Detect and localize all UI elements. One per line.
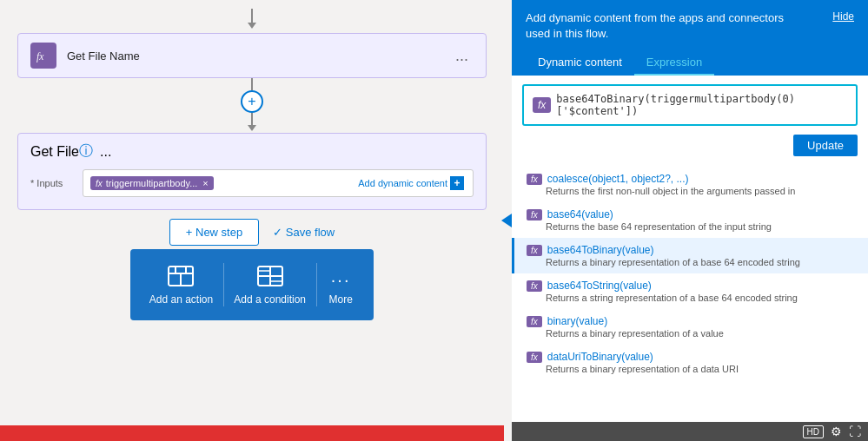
more-item[interactable]: ... More	[327, 264, 354, 306]
settings-icon[interactable]: ⚙	[831, 425, 842, 438]
tab-expression[interactable]: Expression	[634, 50, 714, 76]
fn-fx-badge-6: fx	[527, 352, 542, 363]
fn-fx-badge-2: fx	[527, 209, 542, 220]
get-file-card: fx Get File ⓘ ... * Inputs fx triggermul…	[17, 133, 487, 210]
fn-fx-badge-4: fx	[527, 280, 542, 292]
fn-fx-badge-5: fx	[527, 316, 542, 327]
function-item-coalesce[interactable]: fx coalesce(object1, object2?, ...) Retu…	[512, 167, 868, 202]
panel-title: Add dynamic content from the apps and co…	[526, 10, 804, 42]
fn-desc-datauritobinary: Returns a binary representation of a dat…	[527, 364, 856, 374]
function-list: fx coalesce(object1, object2?, ...) Retu…	[512, 161, 868, 441]
condition-icon	[256, 265, 284, 287]
add-dynamic-label: Add dynamic content	[358, 178, 447, 188]
more-label: More	[328, 293, 352, 306]
tab-dynamic-label: Dynamic content	[538, 56, 622, 69]
svg-text:fx: fx	[36, 51, 44, 63]
add-condition-item[interactable]: Add a condition	[234, 264, 306, 306]
panel-collapse-arrow[interactable]	[501, 214, 512, 227]
step2-menu[interactable]: ...	[100, 144, 111, 160]
add-dynamic-link[interactable]: Add dynamic content +	[358, 176, 466, 190]
get-file-name-card: fx Get File Name ...	[17, 33, 487, 78]
expression-fx-badge: fx	[533, 97, 551, 113]
fn-name-base64tobinary: fx base64ToBinary(value)	[527, 244, 856, 256]
yt-controls: HD ⚙ ⛶	[512, 422, 868, 441]
fn-name-datauritobinary: fx dataUriToBinary(value)	[527, 351, 856, 363]
tag-fx: fx	[96, 179, 103, 188]
fn-name-binary: fx binary(value)	[527, 315, 856, 327]
save-flow-button[interactable]: ✓ Save flow	[273, 226, 335, 239]
function-item-base64tobinary[interactable]: fx base64ToBinary(value) Returns a binar…	[512, 238, 868, 273]
expression-box[interactable]: fx base64ToBinary(triggermultipartbody(0…	[522, 84, 858, 126]
function-item-base64[interactable]: fx base64(value) Returns the base 64 rep…	[512, 202, 868, 238]
fn-name-base64tostring: fx base64ToString(value)	[527, 280, 856, 292]
add-action-item[interactable]: Add an action	[149, 264, 213, 306]
tag-text: triggermultipartbody...	[106, 178, 198, 188]
step2-header: fx Get File ⓘ ...	[30, 142, 474, 161]
plus-connector[interactable]: +	[241, 90, 263, 113]
save-flow-label: ✓ Save flow	[273, 226, 335, 239]
step1-title: Get File Name	[67, 49, 450, 63]
tab-expression-label: Expression	[646, 56, 702, 69]
top-arrow-connector	[248, 9, 256, 33]
line-2	[251, 113, 253, 125]
fn-desc-base64tobinary: Returns a binary representation of a bas…	[527, 257, 856, 267]
panel-title-row: Add dynamic content from the apps and co…	[526, 10, 854, 42]
fn-fx-badge: fx	[527, 174, 542, 185]
canvas-area: fx Get File Name ... + fx Get File ⓘ ...…	[0, 0, 504, 441]
right-panel-header: Add dynamic content from the apps and co…	[512, 0, 868, 76]
arrow-head	[248, 23, 256, 29]
action-buttons-row: + New step ✓ Save flow	[169, 219, 335, 246]
action-panel: Add an action Add a condition ... M	[130, 249, 374, 320]
input-tag: fx triggermultipartbody... ×	[90, 176, 214, 190]
divider-1	[223, 263, 224, 306]
function-item-binary[interactable]: fx binary(value) Returns a binary repres…	[512, 309, 868, 345]
more-dots-icon: ...	[331, 267, 351, 286]
inputs-label: * Inputs	[30, 178, 83, 188]
progress-bar	[0, 425, 504, 441]
tab-dynamic-content[interactable]: Dynamic content	[526, 50, 634, 76]
step1-icon: fx	[30, 43, 56, 69]
function-item-datauritobinary[interactable]: fx dataUriToBinary(value) Returns a bina…	[512, 345, 868, 380]
fn-desc-base64: Returns the base 64 representation of th…	[527, 221, 856, 232]
arrow-line	[251, 9, 253, 23]
function-item-base64tostring[interactable]: fx base64ToString(value) Returns a strin…	[512, 273, 868, 309]
fn-fx-badge-3: fx	[527, 245, 542, 256]
fullscreen-icon[interactable]: ⛶	[849, 425, 861, 438]
add-dynamic-icon: +	[450, 176, 464, 190]
more-icon: ...	[327, 264, 354, 288]
fx-icon: fx	[36, 48, 51, 63]
fn-desc-base64tostring: Returns a string representation of a bas…	[527, 293, 856, 303]
new-step-label: + New step	[186, 226, 242, 239]
add-condition-label: Add a condition	[234, 293, 306, 306]
divider-2	[316, 263, 317, 306]
tag-close[interactable]: ×	[202, 178, 208, 188]
right-panel: Add dynamic content from the apps and co…	[512, 0, 868, 441]
connector-1: +	[241, 78, 263, 133]
inputs-row: * Inputs fx triggermultipartbody... × Ad…	[30, 169, 474, 197]
add-action-label: Add an action	[149, 293, 213, 306]
tabs-row: Dynamic content Expression	[526, 50, 854, 76]
step2-info-icon[interactable]: ⓘ	[79, 142, 93, 161]
new-step-button[interactable]: + New step	[169, 219, 259, 246]
step2-title: Get File	[30, 144, 79, 160]
fn-desc-binary: Returns a binary representation of a val…	[527, 328, 856, 339]
step1-menu[interactable]: ...	[450, 45, 474, 67]
hd-badge[interactable]: HD	[803, 425, 824, 438]
update-button[interactable]: Update	[793, 135, 858, 156]
expression-input[interactable]: base64ToBinary(triggermultipartbody(0)['…	[556, 93, 847, 117]
fn-name-coalesce: fx coalesce(object1, object2?, ...)	[527, 173, 856, 185]
add-action-icon	[167, 264, 195, 288]
line-1	[251, 78, 253, 90]
fn-name-base64: fx base64(value)	[527, 208, 856, 220]
hide-link[interactable]: Hide	[832, 10, 854, 23]
fn-desc-coalesce: Returns the first non-null object in the…	[527, 186, 856, 196]
table-icon	[167, 265, 195, 287]
inputs-field[interactable]: fx triggermultipartbody... × Add dynamic…	[83, 169, 474, 197]
add-condition-icon	[256, 264, 284, 288]
arrow-tri	[248, 125, 256, 131]
